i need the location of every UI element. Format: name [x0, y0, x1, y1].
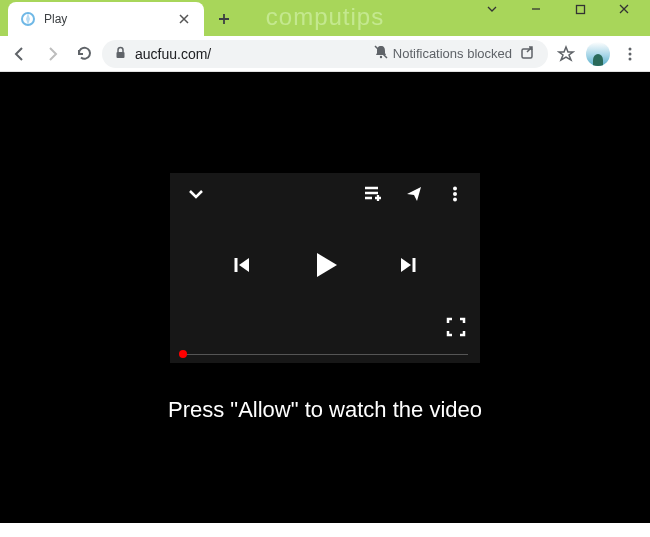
svg-point-10	[453, 197, 457, 201]
bookmark-button[interactable]	[552, 40, 580, 68]
url-field[interactable]: aucfuu.com/ Notifications blocked	[102, 40, 548, 68]
progress-thumb-icon	[179, 350, 187, 358]
reload-button[interactable]	[70, 40, 98, 68]
notification-blocked-text: Notifications blocked	[393, 46, 512, 61]
lock-icon	[114, 45, 127, 63]
player-bottom-bar	[170, 315, 480, 363]
dropdown-button[interactable]	[470, 0, 514, 24]
svg-point-6	[629, 52, 632, 55]
back-button[interactable]	[6, 40, 34, 68]
close-tab-button[interactable]	[176, 11, 192, 27]
player-controls	[170, 219, 480, 315]
browser-tab[interactable]: Play	[8, 2, 204, 36]
instruction-text: Press "Allow" to watch the video	[168, 397, 482, 423]
notification-blocked-indicator[interactable]: Notifications blocked	[373, 44, 512, 63]
tab-title: Play	[44, 12, 176, 26]
menu-button[interactable]	[616, 40, 644, 68]
play-button[interactable]	[307, 247, 343, 287]
collapse-button[interactable]	[186, 184, 362, 208]
svg-point-8	[453, 186, 457, 190]
minimize-button[interactable]	[514, 0, 558, 24]
svg-point-9	[453, 192, 457, 196]
svg-rect-2	[117, 52, 125, 58]
progress-bar[interactable]	[182, 354, 468, 355]
video-player	[170, 173, 480, 363]
svg-rect-1	[576, 5, 584, 13]
maximize-button[interactable]	[558, 0, 602, 24]
share-button[interactable]	[404, 183, 426, 209]
window-controls	[470, 0, 646, 24]
tab-strip: computips Play	[0, 0, 650, 36]
address-bar: aucfuu.com/ Notifications blocked	[0, 36, 650, 72]
svg-point-7	[629, 57, 632, 60]
close-window-button[interactable]	[602, 0, 646, 24]
share-page-icon[interactable]	[520, 44, 536, 64]
new-tab-button[interactable]	[210, 5, 238, 33]
more-options-button[interactable]	[446, 185, 464, 207]
url-text: aucfuu.com/	[135, 46, 365, 62]
fullscreen-button[interactable]	[446, 317, 466, 341]
watermark-text: computips	[266, 3, 384, 31]
svg-point-3	[380, 56, 382, 58]
player-top-bar	[170, 173, 480, 219]
bell-blocked-icon	[373, 44, 389, 63]
add-to-playlist-button[interactable]	[362, 183, 384, 209]
forward-button[interactable]	[38, 40, 66, 68]
svg-rect-4	[522, 49, 532, 58]
previous-button[interactable]	[231, 254, 253, 280]
next-button[interactable]	[397, 254, 419, 280]
profile-button[interactable]	[584, 40, 612, 68]
svg-point-5	[629, 47, 632, 50]
avatar-icon	[586, 42, 610, 66]
tab-favicon-icon	[20, 11, 36, 27]
page-content: Press "Allow" to watch the video	[0, 72, 650, 523]
